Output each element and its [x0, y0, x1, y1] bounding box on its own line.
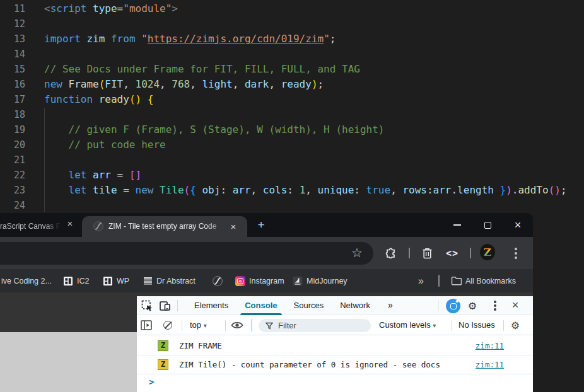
grid-icon — [63, 276, 73, 286]
console-divider — [452, 320, 452, 331]
bookmark-item-wp[interactable]: WP — [103, 269, 129, 292]
page-content-light — [0, 332, 137, 392]
sailboat-icon — [293, 276, 303, 286]
window-controls: × — [442, 213, 533, 237]
more-tabs-chevrons-icon[interactable]: » — [388, 296, 392, 314]
maximize-button[interactable] — [472, 213, 503, 237]
tab-inactive[interactable]: raScript Canvas F × — [0, 219, 61, 234]
tab-network[interactable]: Network — [332, 296, 378, 315]
dropdown-arrow-icon: ▾ — [433, 322, 436, 329]
line-number: 15 — [0, 62, 25, 77]
toolbar-divider — [409, 248, 410, 258]
minimize-button[interactable] — [442, 213, 472, 237]
console-message-text: ZIM FRAME — [179, 337, 222, 355]
grid-icon — [103, 276, 113, 286]
devtools-divider — [177, 300, 178, 311]
console-divider — [182, 320, 182, 331]
toolbar-divider — [470, 248, 471, 258]
code-line[interactable]: 14 — [0, 47, 584, 62]
address-bar[interactable] — [0, 242, 373, 265]
console-message-row[interactable]: Z ZIM FRAME zim:11 — [137, 337, 533, 355]
devtools-settings-gear-icon[interactable]: ⚙ — [466, 299, 479, 312]
console-settings-gear-icon[interactable]: ⚙ — [509, 319, 522, 331]
source-link[interactable]: zim:11 — [476, 337, 504, 355]
code-line[interactable]: 20 // put code here — [0, 137, 584, 153]
console-prompt-chevron[interactable]: > — [149, 377, 154, 387]
bookmark-item-instagram[interactable]: Instagram — [235, 269, 284, 292]
extensions-puzzle-icon[interactable] — [383, 246, 399, 261]
bookmark-star-icon[interactable]: ☆ — [349, 246, 365, 261]
code-line[interactable]: 15// See Docs under Frame for FIT, FILL,… — [0, 62, 584, 77]
browser-menu-kebab-icon[interactable] — [508, 246, 523, 261]
clear-console-icon[interactable] — [161, 319, 174, 331]
line-number: 20 — [0, 137, 25, 153]
browser-toolbar: ☆ <> Z — [0, 237, 533, 269]
line-number: 24 — [0, 198, 25, 213]
code-line[interactable]: 11<script type="module"> — [0, 1, 584, 16]
code-extension-icon[interactable]: <> — [445, 246, 460, 261]
bookmark-item-midjourney[interactable]: MidJourney — [293, 269, 347, 292]
filter-input[interactable]: Filter — [259, 319, 371, 332]
console-message-row[interactable]: Z ZIM Tile() - count parameter of 0 is i… — [137, 355, 533, 374]
indent-guide — [44, 108, 45, 212]
code-line[interactable]: 24 — [0, 198, 584, 213]
code-line[interactable]: 22 let arr = [] — [0, 168, 584, 183]
devtools-close-icon[interactable]: × — [508, 296, 523, 314]
devtools-tabbar: Elements Console Sources Network » ⚙ × — [137, 296, 533, 315]
stripes-icon — [143, 276, 153, 286]
code-line[interactable]: 21 — [0, 153, 584, 168]
tab-active[interactable]: ZIM - Tile test empty array Code × — [82, 216, 247, 237]
code-line[interactable]: 17function ready() { — [0, 92, 584, 107]
bookmark-item-ic2[interactable]: IC2 — [63, 269, 89, 292]
tab-close-icon[interactable]: × — [228, 222, 238, 232]
code-line[interactable]: 12 — [0, 16, 584, 32]
code-line[interactable]: 19 // given F (Frame), S (Stage), W (wid… — [0, 122, 584, 137]
tab-console[interactable]: Console — [237, 296, 285, 315]
code-line[interactable]: 16new Frame(FIT, 1024, 768, light, dark,… — [0, 77, 584, 92]
tab-sources[interactable]: Sources — [286, 296, 332, 315]
bookmark-label: WP — [117, 277, 129, 285]
console-sidebar-icon[interactable] — [140, 319, 153, 331]
zim-extension-icon[interactable]: Z — [480, 245, 495, 260]
code-line[interactable]: 18 — [0, 107, 584, 122]
code-lines: 11<script type="module">1213import zim f… — [0, 1, 584, 213]
custom-levels-dropdown[interactable]: Custom levels ▾ — [379, 316, 436, 335]
line-number: 17 — [0, 92, 25, 107]
line-number: 19 — [0, 122, 25, 137]
trash-icon[interactable] — [419, 246, 435, 261]
code-line[interactable]: 13import zim from "https://zimjs.org/cdn… — [0, 32, 584, 47]
bookmark-item-globe[interactable] — [213, 269, 223, 292]
tab-close-icon[interactable]: × — [65, 219, 75, 229]
tab-elements[interactable]: Elements — [186, 296, 237, 315]
context-selector[interactable]: top ▾ — [190, 316, 207, 335]
filter-funnel-icon — [266, 322, 273, 330]
globe-icon — [213, 276, 223, 286]
console-divider — [251, 319, 252, 331]
bookmarks-overflow-chevrons-icon[interactable]: » — [418, 269, 424, 292]
bookmark-label: Instagram — [249, 277, 284, 285]
console-divider — [225, 320, 226, 331]
live-expression-eye-icon[interactable] — [231, 319, 243, 331]
ai-assistance-icon[interactable] — [446, 299, 460, 313]
bookmark-item-live-coding[interactable]: ive Coding 2... — [1, 269, 52, 292]
bookmarks-divider — [438, 275, 440, 287]
zim-badge: Z — [158, 359, 168, 370]
message-separator — [137, 374, 533, 374]
line-number: 21 — [0, 153, 25, 168]
screen: 11<script type="module">1213import zim f… — [0, 0, 584, 392]
code-editor[interactable]: 11<script type="module">1213import zim f… — [0, 0, 584, 213]
source-link[interactable]: zim:11 — [476, 355, 504, 374]
new-tab-button[interactable]: + — [254, 217, 269, 233]
bookmark-label: All Bookmarks — [465, 277, 516, 285]
all-bookmarks-button[interactable]: All Bookmarks — [451, 269, 516, 292]
no-issues-status[interactable]: No Issues — [458, 316, 495, 335]
device-toolbar-icon[interactable] — [158, 299, 171, 312]
line-number: 14 — [0, 47, 25, 62]
bookmark-label: IC2 — [77, 277, 89, 285]
code-line[interactable]: 23 let tile = new Tile({ obj: arr, cols:… — [0, 183, 584, 198]
inspect-element-icon[interactable] — [141, 299, 153, 312]
window-close-button[interactable]: × — [503, 213, 533, 237]
line-number: 18 — [0, 107, 25, 122]
devtools-menu-kebab-icon[interactable] — [489, 299, 501, 312]
bookmark-item-dr-abstract[interactable]: Dr Abstract — [143, 269, 196, 292]
